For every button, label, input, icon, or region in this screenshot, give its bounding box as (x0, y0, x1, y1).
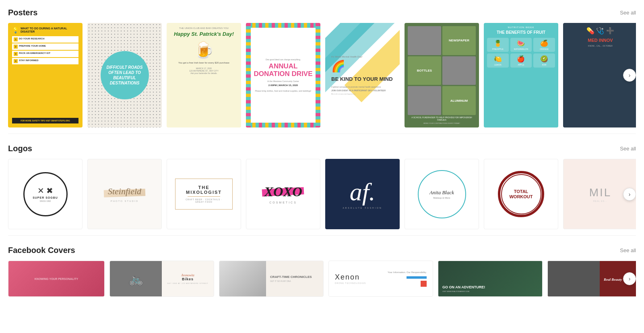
poster4-border-top (246, 23, 320, 28)
poster8-title: MED INNOV (567, 38, 634, 43)
poster7-header: NUTRITION WEEK (487, 26, 555, 29)
logos-header: Logos See all (8, 144, 636, 153)
poster4-top: One good deed can change everything. (266, 58, 301, 61)
poster5-website: More info at www.namhaparts.org (331, 93, 394, 95)
poster5-small: It's World Mental Health Day! (331, 56, 394, 58)
poster-card[interactable]: One good deed can change everything. ANN… (246, 23, 320, 127)
poster1-step4: 4 STAY INFORMED (12, 58, 78, 64)
fruit-watermelon: 🍉WATERMELON (510, 38, 532, 52)
logos-title: Logos (8, 144, 32, 153)
poster6-footer: A SCHOOL FUNDRAISER TO HELP PROVIDE FOR … (408, 116, 476, 124)
fb-card[interactable]: CRAFT-TIME CHRONICLES GET IT SO IN MY DN… (219, 261, 324, 297)
poster-card[interactable]: 💡 WHAT TO DO DURING A NATURAL DISASTER 1… (8, 23, 83, 127)
poster-card[interactable]: It's World Mental Health Day! 🌈 BE KIND … (325, 23, 400, 127)
poster7-title: THE BENEFITS OF FRUIT (487, 30, 555, 35)
poster4-date: 2:00PM | MARCH 15, 2020 (268, 84, 298, 86)
anita-content: Anita Black Makeup & More (405, 159, 479, 229)
poster8-sub: KNOW... CAL... OCTOBER (567, 45, 634, 47)
anita-sub: Makeup & More (433, 197, 450, 199)
poster-card[interactable]: DIFFICULT ROADS OFTEN LEAD TO BEAUTIFUL … (87, 23, 162, 127)
mixologist-divider (188, 196, 220, 197)
logo-card[interactable]: Steinfield PHOTO STUDIO (87, 159, 162, 229)
posters-row: 💡 WHAT TO DO DURING A NATURAL DISASTER 1… (8, 23, 636, 127)
fb-covers-scroll-right[interactable]: › (623, 272, 636, 285)
poster6-img1 (408, 26, 441, 55)
poster5-main: BE KIND TO YOUR MIND (331, 76, 394, 82)
poster-card[interactable]: NUTRITION WEEK THE BENEFITS OF FRUIT 🍍PI… (484, 23, 558, 127)
fb2-brand: Aronowitz (181, 273, 194, 277)
fb4-text: Your Information. Our Responsibility. (388, 271, 427, 274)
poster4-location: At the Westview Community Center (267, 80, 299, 82)
logos-see-all[interactable]: See all (620, 146, 636, 152)
facebook-covers-section: Facebook Covers See all KNOWING YOUR PER… (0, 238, 644, 301)
mil-sub: REAL ES... (593, 200, 607, 202)
steinfeld-wrapper: Steinfield (108, 186, 141, 197)
posters-see-all[interactable]: See all (620, 10, 636, 16)
fruit-apple: 🍎APPLE (510, 53, 532, 68)
poster6-img3 (408, 86, 441, 115)
xoxo-sub: COSMETICS (269, 201, 297, 204)
mil-text: MIL (589, 186, 612, 199)
fb2-name: Bikes (182, 277, 194, 281)
fb5-sub: VISIT WWW.REALITORARENT.COM (442, 290, 485, 292)
logo-card[interactable]: TOTAL WORKOUT (484, 159, 558, 229)
super-sogbu-name: SUPER SOGBU (33, 196, 58, 199)
fb-card[interactable]: Real Beauty Talk (547, 261, 636, 297)
fb4-left: Xenon DRONE TECHNOLOGIES (335, 273, 366, 284)
fb2-text: Aronowitz Bikes GET ONE AT 123 ANYWHERE … (162, 261, 214, 296)
fb4-accent (421, 281, 427, 287)
poster6-cell1: NEWSPAPER (442, 26, 476, 55)
logo-card[interactable]: ✕ ✖ SUPER SOGBU SINCE 1992 (8, 159, 83, 229)
poster4-border-bottom (246, 123, 320, 127)
bulb-icon: 💡 (12, 27, 19, 33)
fb-card[interactable]: KNOWING YOUR PERSONALITY (8, 261, 105, 297)
poster2-text: DIFFICULT ROADS OFTEN LEAD TO BEAUTIFUL … (107, 65, 143, 86)
fb5-content: GO ON AN ADVENTURE! VISIT WWW.REALITORAR… (442, 285, 485, 292)
posters-scroll-right[interactable]: › (623, 69, 636, 82)
beer-icon: 🍺 (171, 41, 237, 60)
poster1-footer: FOR MORE SAFETY TIPS VISIT SMARTSTEPS.OR… (12, 118, 78, 123)
fb-card[interactable]: GO ON AN ADVENTURE! VISIT WWW.REALITORAR… (438, 261, 543, 297)
poster5-sub2: JOIN OUR EVENT AS A PARTICIPANT OR A VOL… (331, 89, 394, 92)
logo-card[interactable]: af. ABSOLUTE FASHION (325, 159, 400, 229)
poster6-cell3: ALUMINUM (442, 86, 476, 115)
bicycle-icon: 🚲 (128, 272, 143, 286)
fb1-content: KNOWING YOUR PERSONALITY (8, 261, 104, 296)
fb3-title: CRAFT-TIME CHRONICLES (270, 275, 312, 279)
poster-card[interactable]: THE UNION CLUB AND BAR CREATES YOU Happy… (167, 23, 241, 127)
poster1-title: WHAT TO DO DURING A NATURAL DISASTER (21, 27, 78, 34)
fb-card[interactable]: 🚲 Aronowitz Bikes GET ONE AT 123 ANYWHER… (109, 261, 214, 297)
fb3-text: CRAFT-TIME CHRONICLES GET IT SO IN MY DN… (266, 261, 323, 296)
poster6-img2 (442, 56, 476, 85)
fb3-sub: GET IT SO IN MY DNA (270, 280, 291, 282)
logo-card[interactable]: XOXO COSMETICS (246, 159, 320, 229)
logo-card[interactable]: Anita Black Makeup & More (405, 159, 479, 229)
posters-title: Posters (8, 8, 37, 17)
fb6-image (548, 261, 600, 296)
poster5-content: It's World Mental Health Day! 🌈 BE KIND … (325, 23, 400, 127)
mixologist-title: THE MIXOLOGIST (184, 185, 224, 195)
super-sogbu-since: SINCE 1992 (40, 200, 51, 202)
poster3-footer: MARCH 17, 2020 123 ANYWHERE ST., ANY CIT… (171, 67, 237, 74)
poster4-footer: Please bring clothes, food and medical s… (255, 90, 312, 92)
poster8-icons: 💊 🩺 ➕ (567, 27, 634, 35)
xoxo-text: XOXO (264, 184, 302, 199)
poster4-border-left (246, 23, 251, 127)
poster7-fruits: 🍍PINEAPPLE 🍉WATERMELON 🍊ORANGE 🍋LEMON 🍎A… (487, 38, 555, 68)
poster6-grid: NEWSPAPER BOTTLES ALUMINUM (408, 26, 476, 115)
fb-covers-title: Facebook Covers (8, 246, 75, 255)
fb-card[interactable]: Xenon DRONE TECHNOLOGIES Your Informatio… (328, 261, 433, 297)
fb-covers-row: KNOWING YOUR PERSONALITY 🚲 Aronowitz Bik… (8, 261, 636, 297)
logo-card[interactable]: THE MIXOLOGIST CRAFT BEER · COCKTAILS · … (167, 159, 241, 229)
fb3-img-bg (219, 261, 266, 296)
fruit-kiwi: 🥝KIWI (533, 53, 555, 68)
af-letter: af. (350, 179, 376, 204)
fb-covers-see-all[interactable]: See all (620, 247, 636, 253)
logos-scroll-right[interactable]: › (623, 188, 636, 201)
poster-card[interactable]: NEWSPAPER BOTTLES ALUMINUM A SCHOOL FUND… (405, 23, 479, 127)
fruit-orange: 🍊ORANGE (533, 38, 555, 52)
poster3-header: THE UNION CLUB AND BAR CREATES YOU (171, 27, 237, 29)
logos-section: Logos See all ✕ ✖ SUPER SOGBU SINCE 1992… (0, 136, 644, 233)
logo-af-content: af. ABSOLUTE FASHION (325, 159, 400, 229)
steinfeld-sub: PHOTO STUDIO (111, 200, 139, 202)
